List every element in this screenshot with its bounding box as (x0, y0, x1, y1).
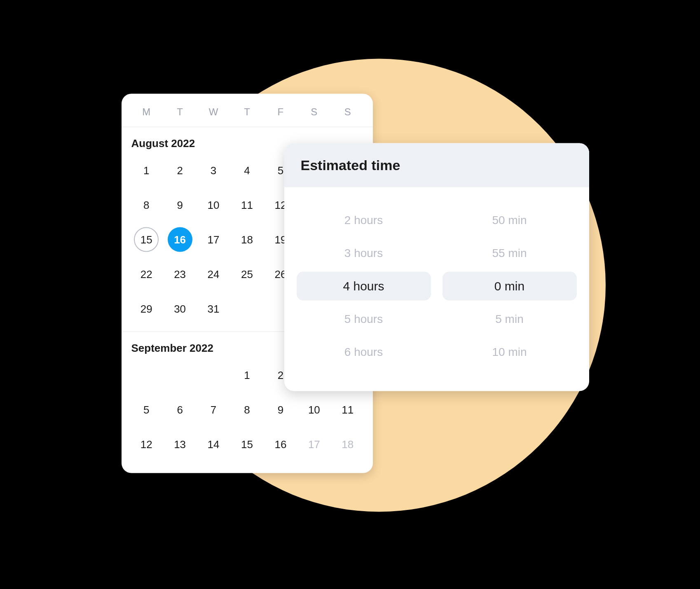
day-cell[interactable]: 16 (268, 432, 293, 457)
day-cell-empty (134, 363, 159, 388)
day-cell[interactable]: 23 (168, 262, 192, 287)
day-cell[interactable]: 30 (168, 297, 192, 321)
day-cell[interactable]: 9 (268, 397, 293, 422)
hours-picker[interactable]: 2 hours3 hours4 hours5 hours6 hours (297, 206, 431, 367)
picker-option[interactable]: 2 hours (297, 206, 431, 235)
day-cell[interactable]: 10 (302, 397, 326, 422)
day-cell[interactable]: 17 (201, 227, 226, 252)
picker-option[interactable]: 4 hours (297, 272, 431, 301)
picker-option[interactable]: 55 min (442, 239, 577, 268)
day-cell[interactable]: 10 (201, 193, 226, 217)
day-cell-empty (201, 363, 226, 388)
day-cell[interactable]: 13 (168, 432, 192, 457)
day-cell[interactable]: 11 (335, 397, 360, 422)
weekday-label: F (278, 106, 284, 118)
day-cell[interactable]: 4 (234, 158, 259, 183)
day-cell[interactable]: 18 (335, 432, 360, 457)
weekday-label: S (344, 106, 351, 118)
estimated-time-card: Estimated time 2 hours3 hours4 hours5 ho… (284, 143, 589, 391)
day-cell[interactable]: 31 (201, 297, 226, 321)
weekday-header: M T W T F S S (122, 94, 373, 127)
picker-option[interactable]: 0 min (442, 272, 577, 301)
day-cell[interactable]: 16 (168, 227, 192, 252)
day-cell[interactable]: 1 (134, 158, 159, 183)
picker-option[interactable]: 50 min (442, 206, 577, 235)
time-card-title: Estimated time (301, 157, 573, 173)
day-cell[interactable]: 1 (234, 363, 259, 388)
weekday-label: S (311, 106, 317, 118)
day-cell[interactable]: 24 (201, 262, 226, 287)
picker-option[interactable]: 3 hours (297, 239, 431, 268)
day-cell[interactable]: 18 (234, 227, 259, 252)
day-cell[interactable]: 2 (168, 158, 192, 183)
day-cell-empty (168, 363, 192, 388)
minutes-picker[interactable]: 50 min55 min0 min5 min10 min (442, 206, 577, 367)
day-cell[interactable]: 25 (234, 262, 259, 287)
weekday-label: W (209, 106, 218, 118)
day-cell[interactable]: 9 (168, 193, 192, 217)
picker-option[interactable]: 5 min (442, 305, 577, 334)
day-cell[interactable]: 11 (234, 193, 259, 217)
day-cell[interactable]: 6 (168, 397, 192, 422)
day-cell[interactable]: 7 (201, 397, 226, 422)
picker-option[interactable]: 10 min (442, 338, 577, 367)
weekday-label: M (142, 106, 150, 118)
day-cell[interactable]: 15 (134, 227, 159, 252)
weekday-label: T (244, 106, 250, 118)
day-cell[interactable]: 8 (134, 193, 159, 217)
day-cell[interactable]: 8 (234, 397, 259, 422)
day-cell[interactable]: 29 (134, 297, 159, 321)
time-card-header: Estimated time (284, 143, 589, 187)
day-cell[interactable]: 14 (201, 432, 226, 457)
day-cell[interactable]: 12 (134, 432, 159, 457)
picker-option[interactable]: 5 hours (297, 305, 431, 334)
weekday-label: T (177, 106, 183, 118)
day-cell[interactable]: 22 (134, 262, 159, 287)
day-cell[interactable]: 15 (234, 432, 259, 457)
day-cell[interactable]: 3 (201, 158, 226, 183)
picker-option[interactable]: 6 hours (297, 338, 431, 367)
day-cell[interactable]: 5 (134, 397, 159, 422)
day-cell[interactable]: 17 (302, 432, 326, 457)
